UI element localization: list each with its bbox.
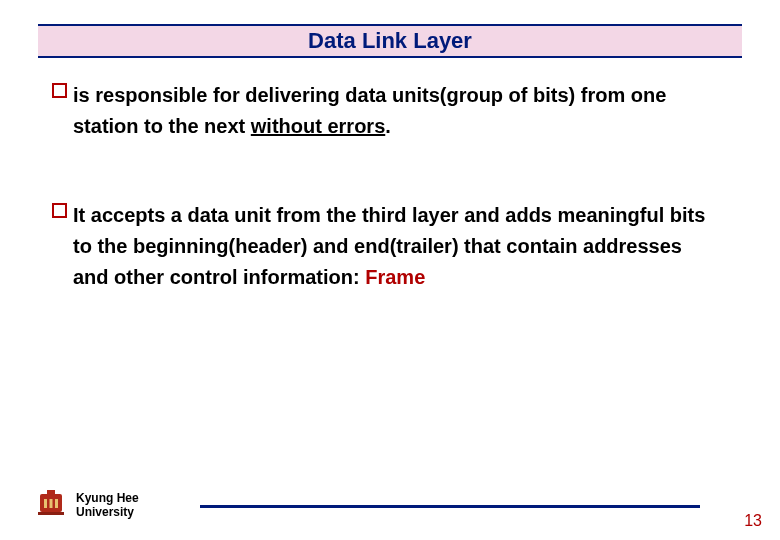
footer: Kyung Hee University	[34, 490, 762, 522]
svg-rect-2	[44, 499, 47, 508]
square-bullet-icon	[52, 83, 67, 98]
title-banner: Data Link Layer	[38, 24, 742, 58]
page-number: 13	[744, 512, 762, 530]
university-logo-icon	[34, 490, 68, 522]
bullet-post: .	[385, 115, 391, 137]
bullet-text: is responsible for delivering data units…	[73, 80, 720, 142]
slide-content: is responsible for delivering data units…	[52, 80, 720, 351]
bullet-highlight: Frame	[365, 266, 425, 288]
bullet-text: It accepts a data unit from the third la…	[73, 200, 720, 293]
university-line2: University	[76, 506, 139, 520]
svg-rect-5	[38, 512, 64, 515]
bullet-item: It accepts a data unit from the third la…	[52, 200, 720, 293]
bullet-underlined: without errors	[251, 115, 385, 137]
slide-title: Data Link Layer	[308, 28, 472, 54]
svg-rect-1	[47, 490, 55, 496]
svg-rect-4	[55, 499, 58, 508]
svg-rect-3	[50, 499, 53, 508]
university-line1: Kyung Hee	[76, 492, 139, 506]
square-bullet-icon	[52, 203, 67, 218]
university-name: Kyung Hee University	[76, 492, 139, 520]
bullet-item: is responsible for delivering data units…	[52, 80, 720, 142]
